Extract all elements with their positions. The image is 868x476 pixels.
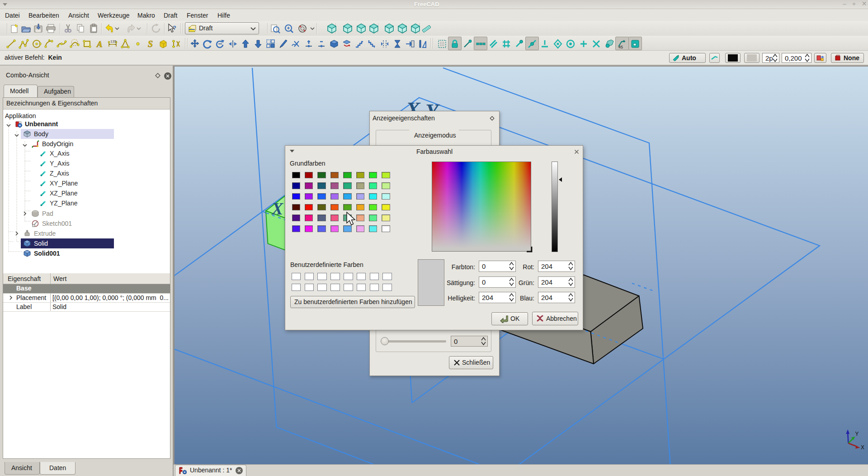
svg-text:S: S (148, 39, 153, 49)
svg-text:135: 135 (110, 39, 117, 43)
svg-text:A: A (96, 39, 103, 49)
svg-text:?: ? (173, 24, 176, 31)
svg-text:Y: Y (855, 431, 859, 437)
svg-text:45: 45 (618, 45, 623, 49)
svg-text:X: X (861, 444, 864, 451)
